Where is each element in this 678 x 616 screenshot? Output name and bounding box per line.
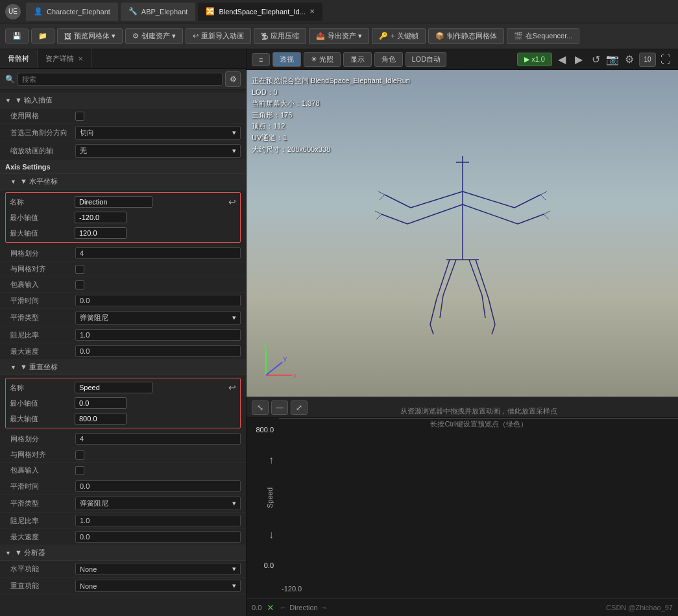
keyframe-button[interactable]: 🔑 + 关键帧 xyxy=(372,28,425,44)
bs-minus-button[interactable]: — xyxy=(271,400,288,415)
scale-axis-dropdown[interactable]: 无 ▾ xyxy=(75,144,241,158)
title-bar: UE 👤 Character_Elephant 🔧 ABP_Elephant 🔀… xyxy=(0,0,678,23)
bs-y-axis: 800.0 ↑ Speed ↓ 0.0 xyxy=(247,418,279,598)
v-name-input[interactable] xyxy=(75,382,152,393)
h-snap-checkbox[interactable] xyxy=(75,265,84,274)
v-damping-input[interactable] xyxy=(75,515,241,526)
tab-abp[interactable]: 🔧 ABP_Elephant xyxy=(121,3,196,21)
bs-x-marker: ✕ xyxy=(267,602,274,613)
grid-button[interactable]: 10 xyxy=(639,53,656,67)
settings-button[interactable]: ⚙ xyxy=(622,53,636,67)
show-button[interactable]: 显示 xyxy=(343,52,372,67)
h-smooth-time-input[interactable] xyxy=(75,295,241,306)
character-button[interactable]: 角色 xyxy=(374,52,403,67)
save-button[interactable]: 💾 xyxy=(5,29,29,43)
v-smooth-type-dropdown[interactable]: 弹簧阻尼 ▾ xyxy=(75,497,241,510)
use-grid-checkbox[interactable] xyxy=(75,112,84,121)
reimport-button[interactable]: ↩ 重新导入动画 xyxy=(186,28,251,44)
svg-line-8 xyxy=(381,214,407,224)
bs-plus-button[interactable]: ⤢ xyxy=(291,400,308,415)
h-name-input[interactable] xyxy=(75,196,152,208)
asset-details-tab[interactable]: 资产详情 ✕ xyxy=(38,49,91,68)
svg-line-16 xyxy=(489,299,495,325)
apply-compress-button[interactable]: 🗜 应用压缩 xyxy=(254,28,306,44)
input-params-header[interactable]: ▼ ▼ 输入插值 xyxy=(0,93,246,108)
h-damping-input[interactable] xyxy=(75,329,241,341)
bs-grid-area[interactable]: 从资源浏览器中拖拽并放置动画，借此放置采样点 长按Ctrl键设置预览点（绿色） xyxy=(279,418,678,419)
keyframe-icon: 🔑 xyxy=(379,32,388,40)
reimport-icon: ↩ xyxy=(193,32,199,40)
v-smooth-time-input[interactable] xyxy=(75,480,241,492)
create-asset-button[interactable]: ⚙ 创建资产 ▾ xyxy=(125,28,183,44)
export-icon: 📤 xyxy=(316,32,325,40)
triangulation-dropdown[interactable]: 切向 ▾ xyxy=(75,126,241,140)
search-input[interactable] xyxy=(18,73,223,86)
v-snap-checkbox[interactable] xyxy=(75,450,84,460)
svg-line-20 xyxy=(469,260,482,295)
properties-panel: ▼ ▼ 输入插值 使用网格 首选三角剖分方向 切向 ▾ 缩放动画的 xyxy=(0,90,246,616)
tab-blendspace-close[interactable]: ✕ xyxy=(309,8,315,15)
lod-button[interactable]: LOD自动 xyxy=(406,52,446,67)
v-grid-input[interactable] xyxy=(75,433,241,445)
viewport-area[interactable]: 正在预览混合空间 BlendSpace_Elephant_IdleRun LOD… xyxy=(247,70,678,397)
lighting-icon: ☀ xyxy=(311,55,317,63)
search-settings-button[interactable]: ⚙ xyxy=(225,71,241,87)
loop-button[interactable]: ↺ xyxy=(588,53,603,67)
next-frame-button[interactable]: ▶ xyxy=(572,53,586,67)
vertical-axis-header[interactable]: ▼ ▼ 重直坐标 xyxy=(0,360,246,375)
h-smooth-type-chevron: ▾ xyxy=(232,314,236,322)
camera-button[interactable]: 📷 xyxy=(605,53,620,67)
h-max-input[interactable] xyxy=(75,227,127,239)
tab-blendspace[interactable]: 🔀 BlendSpace_Elephant_Id... ✕ xyxy=(198,3,322,21)
svg-line-3 xyxy=(411,191,463,208)
panel-tabs: 骨骼树 资产详情 ✕ xyxy=(0,49,246,69)
skeleton-svg xyxy=(372,130,553,338)
analyzer-header[interactable]: ▼ ▼ 分析器 xyxy=(0,545,246,561)
asset-details-close[interactable]: ✕ xyxy=(78,55,83,62)
h-name-reset[interactable]: ↩ xyxy=(228,197,236,207)
bs-grid-wrapper[interactable]: 从资源浏览器中拖拽并放置动画，借此放置采样点 长按Ctrl键设置预览点（绿色） … xyxy=(279,418,678,598)
export-asset-button[interactable]: 📤 导出资产 ▾ xyxy=(309,28,369,44)
browse-button[interactable]: 📁 xyxy=(31,29,54,43)
h-min-input[interactable] xyxy=(75,212,127,223)
v-func-dropdown[interactable]: None ▾ xyxy=(75,580,241,592)
vertical-axis-arrow: ▼ xyxy=(10,364,16,371)
lighting-button[interactable]: ☀ 光照 xyxy=(304,52,341,67)
tab-character[interactable]: 👤 Character_Elephant xyxy=(26,3,118,21)
horizontal-axis-header[interactable]: ▼ ▼ 水平坐标 xyxy=(0,174,246,190)
skeleton-tree-tab[interactable]: 骨骼树 xyxy=(0,49,38,68)
svg-line-5 xyxy=(463,191,515,208)
search-bar: 🔍 ⚙ xyxy=(0,69,246,90)
v-name-reset[interactable]: ↩ xyxy=(228,382,236,393)
bs-expand-button[interactable]: ⤡ xyxy=(252,400,269,415)
h-grid-input[interactable] xyxy=(75,247,241,259)
axes-svg: x z y xyxy=(260,343,298,382)
v-min-row: 最小轴值 xyxy=(7,395,239,411)
bs-toolbar: ⤡ — ⤢ xyxy=(247,397,678,418)
horizontal-axis-arrow: ▼ xyxy=(10,179,16,185)
svg-line-17 xyxy=(492,325,495,334)
perspective-button[interactable]: 透视 xyxy=(272,52,301,67)
v-grid-row: 网格划分 xyxy=(0,431,246,447)
svg-line-27 xyxy=(376,214,381,219)
v-min-input[interactable] xyxy=(75,397,127,409)
static-mesh-button[interactable]: 📦 制作静态网格体 xyxy=(428,28,504,44)
viewport-axes: x z y xyxy=(260,343,298,384)
h-maxspeed-input[interactable] xyxy=(75,345,241,357)
prev-frame-button[interactable]: ◀ xyxy=(555,53,569,67)
h-wrap-checkbox[interactable] xyxy=(75,280,84,290)
preview-mesh-icon: 🖼 xyxy=(64,32,71,40)
axis-settings-header[interactable]: Axis Settings xyxy=(0,160,246,174)
preview-mesh-button[interactable]: 🖼 预览网格体 ▾ xyxy=(57,28,123,44)
v-max-input[interactable] xyxy=(75,413,127,425)
v-wrap-checkbox[interactable] xyxy=(75,466,84,475)
v-wrap-row: 包裹输入 xyxy=(0,463,246,478)
h-smooth-type-dropdown[interactable]: 弹簧阻尼 ▾ xyxy=(75,311,241,325)
h-func-dropdown[interactable]: None ▾ xyxy=(75,563,241,575)
svg-line-15 xyxy=(476,260,489,299)
fullscreen-button[interactable]: ⛶ xyxy=(659,53,673,67)
sequencer-button[interactable]: 🎬 在Sequencer... xyxy=(507,28,580,44)
viewport-menu-button[interactable]: ≡ xyxy=(252,53,270,66)
play-button[interactable]: ▶ x1.0 xyxy=(517,53,552,66)
v-maxspeed-input[interactable] xyxy=(75,531,241,543)
